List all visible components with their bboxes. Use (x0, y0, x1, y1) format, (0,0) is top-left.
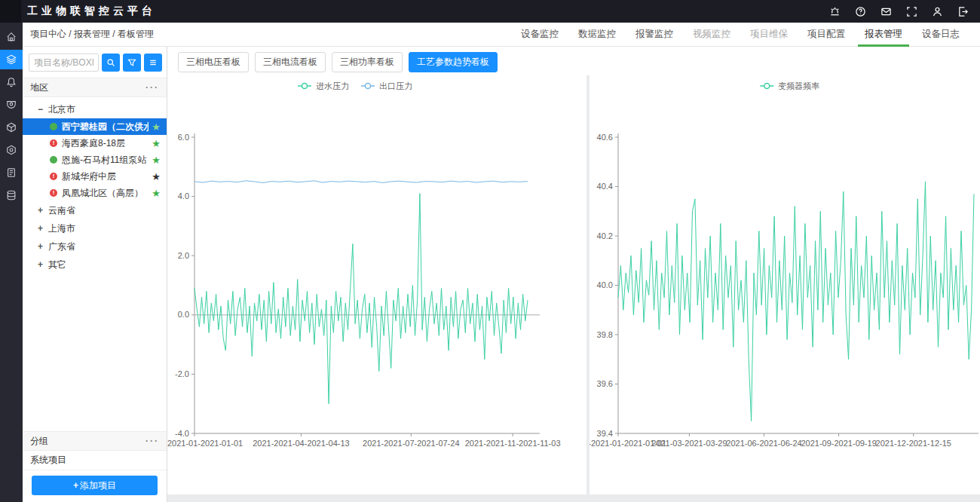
tree-province-0[interactable]: −北京市 (23, 100, 167, 118)
province-label: 云南省 (48, 204, 75, 217)
logout-button[interactable] (956, 5, 969, 18)
search-button[interactable] (102, 54, 120, 72)
tree-project-2[interactable]: 恩施-石马村11组泵站（二次供★ (23, 152, 167, 168)
favorite-star-icon[interactable]: ★ (152, 171, 161, 182)
rail-home-icon[interactable] (0, 27, 23, 47)
tree-province-3[interactable]: +广东省 (23, 237, 167, 256)
group-item-system-project[interactable]: 系统项目 (23, 451, 167, 470)
rail-assets-icon[interactable] (0, 118, 23, 137)
project-label: 西宁碧桂园（二次供水3泵） (62, 121, 149, 133)
expand-icon[interactable]: + (38, 205, 48, 216)
dashboard-tab-1[interactable]: 三相电流看板 (255, 52, 326, 72)
dashboard-tab-0[interactable]: 三相电压看板 (178, 52, 249, 72)
search-input[interactable] (29, 54, 99, 72)
expand-icon[interactable]: + (38, 259, 48, 270)
favorite-star-icon[interactable]: ★ (152, 155, 161, 166)
x-tick-label: 2021-2021-11-2021-11-03 (465, 439, 561, 448)
app-window: 工业物联智控云平台 项目中心 / 报表管理 / 看板管理 设备监控数据监控报警监… (0, 0, 980, 502)
status-alarm-icon: ! (50, 189, 57, 197)
rail-journal-icon[interactable] (0, 163, 23, 182)
y-tick-label: 40.2 (597, 231, 613, 240)
nav-item-6[interactable]: 报表管理 (855, 23, 912, 47)
legend-item-0[interactable]: 进水压力 (298, 81, 349, 90)
y-tick-label: 0.0 (178, 310, 189, 319)
y-tick-label: 2.0 (178, 251, 189, 260)
tree-project-4[interactable]: !凤凰城北区（高层）★ (23, 185, 167, 201)
tree-project-3[interactable]: !新城华府中层★ (23, 168, 167, 185)
filter-icon (127, 58, 136, 67)
rail-projects-icon[interactable] (0, 50, 23, 69)
add-project-button[interactable]: +添加项目 (32, 476, 158, 495)
rail-camera-icon[interactable] (0, 95, 23, 115)
series-line (618, 182, 974, 421)
rail-database-icon[interactable] (0, 185, 23, 205)
dashboard-tab-2[interactable]: 三相功率看板 (332, 52, 403, 72)
x-tick-label: 2021-06-2021-06-24 (726, 439, 801, 448)
assets-icon (6, 122, 17, 133)
province-label: 上海市 (48, 222, 75, 235)
rail-config-icon[interactable] (0, 140, 23, 160)
legend-item-1[interactable]: 出口压力 (361, 81, 412, 90)
tree-province-1[interactable]: +云南省 (23, 201, 167, 219)
journal-icon (6, 167, 17, 178)
filter-button[interactable] (123, 54, 141, 72)
expand-icon[interactable]: + (38, 223, 48, 234)
frequency-chart-panel: 40.640.440.240.039.839.639.42021-2021-01… (590, 75, 980, 494)
dashboard-tab-3[interactable]: 工艺参数趋势看板 (409, 52, 498, 72)
status-online-icon (50, 156, 57, 164)
project-sidebar: 地区 ··· −北京市西宁碧桂园（二次供水3泵）★!海西豪庭8-18层★恩施-石… (23, 47, 167, 502)
tree-project-1[interactable]: !海西豪庭8-18层★ (23, 135, 167, 152)
rail-bell-icon[interactable] (0, 72, 23, 92)
nav-item-5[interactable]: 项目配置 (798, 23, 855, 47)
legend-item-0[interactable]: 变频器频率 (760, 81, 819, 90)
y-tick-label: 4.0 (178, 191, 189, 200)
fullscreen-button[interactable] (905, 5, 918, 18)
favorite-star-icon[interactable]: ★ (152, 121, 161, 133)
home-icon (6, 32, 17, 42)
nav-item-2[interactable]: 报警监控 (626, 23, 683, 47)
logout-icon (957, 6, 969, 17)
province-label: 其它 (48, 259, 66, 271)
nav-item-1[interactable]: 数据监控 (568, 23, 626, 47)
help-button[interactable] (853, 5, 867, 18)
expand-icon[interactable]: + (38, 241, 48, 252)
app-logo (0, 0, 21, 23)
database-icon (6, 190, 17, 200)
add-project-area: +添加项目 (23, 470, 167, 502)
y-tick-label: 40.6 (597, 133, 613, 142)
breadcrumb-bar: 项目中心 / 报表管理 / 看板管理 设备监控数据监控报警监控视频监控项目维保项… (23, 23, 980, 47)
status-alarm-icon: ! (50, 173, 57, 180)
nav-item-7[interactable]: 设备日志 (912, 23, 969, 47)
svg-text:进水压力: 进水压力 (316, 81, 349, 90)
camera-icon (6, 99, 17, 110)
nav-item-0[interactable]: 设备监控 (511, 23, 568, 47)
tree-province-4[interactable]: +其它 (23, 256, 167, 274)
nav-item-4[interactable]: 项目维保 (740, 23, 798, 47)
region-section-title: 地区 (30, 81, 145, 94)
list-button[interactable] (144, 54, 162, 72)
favorite-star-icon[interactable]: ★ (152, 138, 161, 149)
pressure-chart-panel: 6.04.02.00.0-2.0-4.02021-2021-01-2021-01… (167, 75, 586, 494)
y-tick-label: 39.4 (597, 429, 613, 438)
user-button[interactable] (930, 5, 944, 18)
region-more-button[interactable]: ··· (145, 82, 159, 93)
series-line (194, 181, 528, 183)
left-icon-rail (0, 23, 23, 502)
region-section-header: 地区 ··· (23, 78, 167, 97)
favorite-star-icon[interactable]: ★ (152, 188, 161, 199)
mail-button[interactable] (879, 5, 893, 18)
main-content: 三相电压看板三相电流看板三相功率看板工艺参数趋势看板 6.04.02.00.0-… (167, 47, 980, 502)
alarm-light-button[interactable] (828, 5, 841, 18)
dashboard-tabs: 三相电压看板三相电流看板三相功率看板工艺参数趋势看板 (167, 47, 980, 75)
mail-icon (880, 6, 892, 17)
x-tick-label: 2021-09-2021-09-19 (801, 439, 876, 448)
search-icon (106, 58, 115, 67)
tree-province-2[interactable]: +上海市 (23, 219, 167, 237)
tree-project-0[interactable]: 西宁碧桂园（二次供水3泵）★ (23, 118, 167, 135)
list-icon (149, 58, 158, 67)
y-tick-label: 40.0 (597, 280, 613, 289)
collapse-icon[interactable]: − (38, 104, 48, 115)
alarm-light-icon (829, 6, 841, 17)
group-more-button[interactable]: ··· (145, 436, 159, 446)
nav-item-3[interactable]: 视频监控 (683, 23, 740, 47)
